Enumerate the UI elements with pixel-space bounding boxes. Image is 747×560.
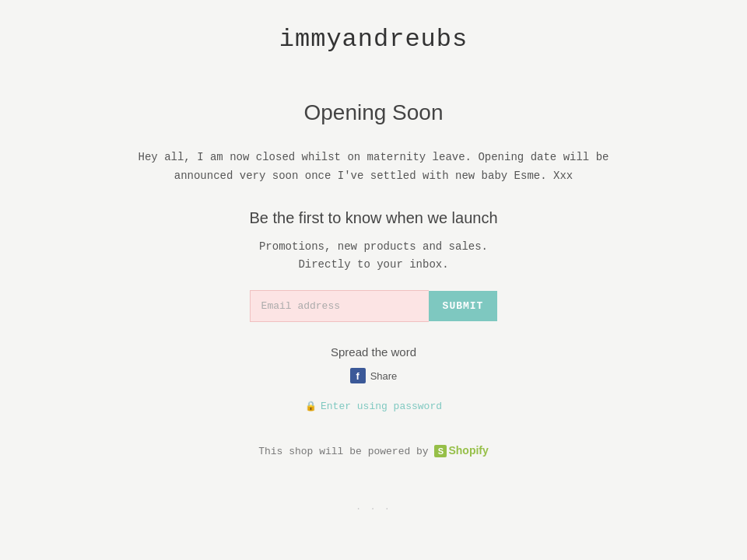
password-link[interactable]: 🔒 Enter using password — [305, 401, 442, 412]
password-label: Enter using password — [321, 401, 442, 412]
spread-word-section: Spread the word f Share — [117, 345, 630, 383]
powered-by: This shop will be powered by SShopify — [117, 444, 630, 457]
facebook-icon: f — [350, 368, 366, 383]
launch-section: Be the first to know when we launch Prom… — [117, 209, 630, 323]
lock-icon: 🔒 — [305, 401, 317, 412]
password-section: 🔒 Enter using password — [117, 399, 630, 413]
site-title: immyandreubs — [0, 25, 747, 54]
shopify-s-icon: S — [434, 445, 447, 457]
opening-heading: Opening Soon — [117, 100, 630, 125]
site-header: immyandreubs — [0, 0, 747, 69]
email-input[interactable] — [250, 290, 429, 322]
footer-dots: · · · — [117, 504, 630, 515]
promo-line1: Promotions, new products and sales. — [259, 240, 488, 253]
shopify-label: Shopify — [448, 444, 488, 457]
facebook-share-label: Share — [370, 370, 398, 382]
facebook-share-link[interactable]: f Share — [350, 368, 398, 383]
main-content: Opening Soon Hey all, I am now closed wh… — [101, 69, 646, 530]
message-text: Hey all, I am now closed whilst on mater… — [121, 149, 626, 186]
powered-by-prefix: This shop will be powered by — [258, 446, 428, 457]
shopify-link[interactable]: SShopify — [434, 444, 488, 457]
submit-button[interactable]: SUBMIT — [429, 291, 498, 321]
spread-word-label: Spread the word — [117, 345, 630, 359]
promo-line2: Directly to your inbox. — [298, 258, 448, 271]
launch-heading: Be the first to know when we launch — [117, 209, 630, 227]
email-form: SUBMIT — [117, 290, 630, 322]
promo-text: Promotions, new products and sales. Dire… — [117, 238, 630, 275]
